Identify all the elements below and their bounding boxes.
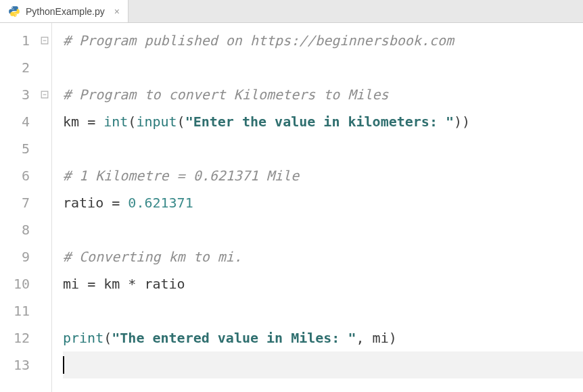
line-number: 4	[0, 108, 30, 135]
line-number: 9	[0, 243, 30, 270]
line-number: 5	[0, 135, 30, 162]
close-icon[interactable]: ×	[114, 7, 120, 16]
line-number: 3	[0, 81, 30, 108]
code-line: km = int(input("Enter the value in kilom…	[63, 108, 583, 135]
line-number: 12	[0, 324, 30, 351]
python-file-icon	[8, 5, 20, 18]
fold-marker-icon[interactable]	[38, 81, 51, 108]
text-caret	[63, 356, 64, 374]
code-line: # Converting km to mi.	[63, 243, 583, 270]
code-line	[63, 297, 583, 324]
code-line: # Program to convert Kilometers to Miles	[63, 81, 583, 108]
editor-area: 1 2 3 4 5 6 7 8 9 10 11 12 13 # Program …	[0, 23, 583, 392]
line-number: 8	[0, 216, 30, 243]
line-number: 7	[0, 189, 30, 216]
line-number: 11	[0, 297, 30, 324]
line-number: 13	[0, 351, 30, 378]
code-line: print("The entered value in Miles: ", mi…	[63, 324, 583, 351]
line-number: 6	[0, 162, 30, 189]
fold-marker-icon[interactable]	[38, 27, 51, 54]
code-line	[63, 351, 583, 378]
code-editor[interactable]: # Program published on https://beginners…	[51, 23, 583, 392]
code-line: # Program published on https://beginners…	[63, 27, 583, 54]
fold-column	[38, 23, 51, 392]
svg-point-1	[16, 15, 16, 16]
code-line	[63, 216, 583, 243]
code-line	[63, 135, 583, 162]
code-line: mi = km * ratio	[63, 270, 583, 297]
svg-point-0	[12, 7, 13, 7]
code-line	[63, 54, 583, 81]
editor-tab[interactable]: PythonExample.py ×	[0, 0, 129, 22]
tab-filename: PythonExample.py	[26, 6, 105, 17]
line-number: 2	[0, 54, 30, 81]
line-number: 1	[0, 27, 30, 54]
line-number: 10	[0, 270, 30, 297]
code-line: ratio = 0.621371	[63, 189, 583, 216]
code-line: # 1 Kilometre = 0.621371 Mile	[63, 162, 583, 189]
tab-bar: PythonExample.py ×	[0, 0, 583, 23]
line-number-gutter: 1 2 3 4 5 6 7 8 9 10 11 12 13	[0, 23, 38, 392]
